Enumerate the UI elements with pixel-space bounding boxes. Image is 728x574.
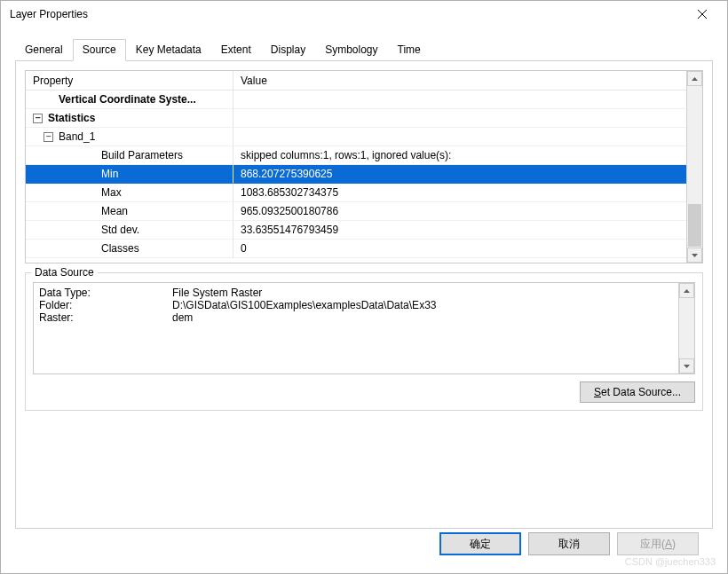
scroll-track-top[interactable]	[687, 86, 702, 203]
grid-property-name: Statistics	[48, 112, 95, 124]
chevron-up-icon	[692, 77, 698, 81]
data-source-box: Data Type:File System RasterFolder:D:\GI…	[33, 282, 695, 374]
scroll-up-button[interactable]	[687, 71, 702, 86]
tab-time[interactable]: Time	[388, 39, 431, 61]
tab-extent[interactable]: Extent	[211, 39, 261, 61]
data-source-text: Data Type:File System RasterFolder:D:\GI…	[34, 283, 679, 373]
grid-cell-property: −Band_1	[26, 128, 233, 146]
grid-property-name: Min	[101, 168, 118, 180]
data-source-row: Data Type:File System Raster	[39, 287, 673, 299]
grid-cell-value	[233, 128, 686, 146]
ds-scrollbar[interactable]	[679, 283, 694, 373]
grid-cell-value	[233, 109, 686, 128]
scroll-down-button[interactable]	[687, 248, 702, 263]
collapse-icon[interactable]: −	[33, 114, 43, 123]
grid-header-value: Value	[233, 75, 686, 87]
grid-scrollbar[interactable]	[687, 71, 702, 263]
grid-cell-value: 868.207275390625	[233, 165, 686, 184]
cancel-button[interactable]: 取消	[528, 532, 610, 555]
grid-property-name: Band_1	[59, 130, 95, 143]
grid-cell-property: Min	[26, 165, 233, 184]
grid-row[interactable]: Classes0	[26, 240, 686, 258]
collapse-icon[interactable]: −	[44, 132, 53, 142]
data-source-legend: Data Source	[31, 266, 98, 279]
grid-row[interactable]: Vertical Coordinate Syste...	[26, 90, 686, 109]
tab-key-metadata[interactable]: Key Metadata	[126, 39, 211, 61]
grid-row[interactable]: Build Parametersskipped columns:1, rows:…	[26, 146, 686, 165]
close-icon	[698, 10, 707, 19]
data-source-value: File System Raster	[172, 287, 262, 299]
data-source-value: D:\GISData\GIS100Examples\examplesData\D…	[172, 299, 436, 311]
tab-source[interactable]: Source	[73, 39, 126, 61]
tab-body: Property Value Vertical Coordinate Syste…	[15, 61, 713, 529]
grid-row[interactable]: Mean965.0932500180786	[26, 202, 686, 221]
data-source-key: Folder:	[39, 299, 172, 311]
grid-cell-property: Classes	[26, 240, 233, 258]
tab-bar: General Source Key Metadata Extent Displ…	[15, 38, 713, 61]
data-source-key: Data Type:	[39, 287, 172, 299]
svg-marker-3	[692, 254, 698, 257]
grid-cell-value: 0	[233, 240, 686, 258]
grid-cell-property: −Statistics	[26, 109, 233, 128]
grid-property-name: Classes	[101, 242, 139, 255]
dialog-window: Layer Properties General Source Key Meta…	[0, 0, 728, 574]
tab-symbology[interactable]: Symbology	[315, 39, 387, 61]
ds-scroll-track[interactable]	[679, 298, 694, 358]
spacer	[25, 420, 703, 519]
scroll-thumb[interactable]	[688, 204, 701, 247]
grid-row[interactable]: −Statistics	[26, 109, 686, 128]
property-grid-inner: Property Value Vertical Coordinate Syste…	[26, 71, 687, 263]
grid-header: Property Value	[26, 71, 686, 90]
grid-property-name: Build Parameters	[101, 149, 183, 161]
ds-scroll-up[interactable]	[679, 283, 694, 298]
grid-cell-property: Mean	[26, 202, 233, 221]
grid-property-name: Mean	[101, 205, 128, 217]
tab-general[interactable]: General	[15, 39, 73, 61]
grid-cell-property: Vertical Coordinate Syste...	[26, 90, 233, 109]
grid-cell-value: 965.0932500180786	[233, 202, 686, 221]
svg-marker-2	[692, 77, 698, 81]
grid-cell-property: Max	[26, 184, 233, 202]
grid-cell-value: 33.63551476793459	[233, 221, 686, 240]
property-grid: Property Value Vertical Coordinate Syste…	[25, 70, 703, 263]
chevron-up-icon	[684, 289, 690, 293]
dialog-button-row: 确定 取消 应用(A)	[15, 529, 713, 568]
grid-header-property: Property	[26, 71, 233, 90]
grid-property-name: Std dev.	[101, 224, 139, 236]
grid-cell-property: Std dev.	[26, 221, 233, 240]
grid-row[interactable]: Max1083.685302734375	[26, 184, 686, 202]
grid-row[interactable]: −Band_1	[26, 128, 686, 146]
apply-button: 应用(A)	[617, 532, 699, 555]
data-source-row: Raster:dem	[39, 311, 673, 324]
chevron-down-icon	[684, 365, 690, 368]
grid-property-name: Vertical Coordinate Syste...	[59, 93, 196, 106]
grid-row[interactable]: Std dev.33.63551476793459	[26, 221, 686, 240]
data-source-button-row: Set Data Source...	[33, 381, 695, 403]
grid-row[interactable]: Min868.207275390625	[26, 165, 686, 184]
grid-cell-value: skipped columns:1, rows:1, ignored value…	[233, 146, 686, 165]
window-title: Layer Properties	[10, 8, 88, 20]
grid-cell-value	[233, 90, 686, 109]
titlebar: Layer Properties	[1, 1, 727, 28]
svg-marker-5	[684, 365, 690, 368]
data-source-fieldset: Data Source Data Type:File System Raster…	[25, 272, 703, 411]
dialog-content: General Source Key Metadata Extent Displ…	[1, 28, 727, 573]
grid-cell-property: Build Parameters	[26, 146, 233, 165]
grid-property-name: Max	[101, 186, 122, 199]
ds-scroll-down[interactable]	[679, 358, 694, 373]
data-source-value: dem	[172, 311, 193, 324]
svg-marker-4	[684, 289, 690, 293]
chevron-down-icon	[692, 254, 698, 257]
grid-cell-value: 1083.685302734375	[233, 184, 686, 202]
data-source-key: Raster:	[39, 311, 172, 324]
close-button[interactable]	[684, 2, 720, 27]
tab-display[interactable]: Display	[261, 39, 315, 61]
data-source-row: Folder:D:\GISData\GIS100Examples\example…	[39, 299, 673, 311]
grid-rows: Vertical Coordinate Syste...−Statistics−…	[26, 90, 686, 258]
set-data-source-button[interactable]: Set Data Source...	[580, 381, 695, 403]
ok-button[interactable]: 确定	[439, 532, 521, 555]
